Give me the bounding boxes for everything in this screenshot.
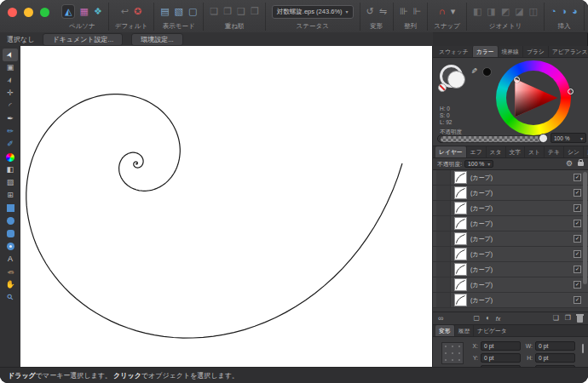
preferences-button[interactable]: 環境設定...	[131, 33, 183, 46]
move-tool[interactable]: ➤	[3, 49, 18, 61]
layer-effects-icon[interactable]: fx	[496, 316, 500, 322]
document-canvas[interactable]	[20, 46, 433, 368]
layer-visibility-checkbox[interactable]: ✓	[574, 189, 581, 197]
layer-row[interactable]: (カーブ) ✓	[433, 262, 588, 277]
node-tool[interactable]: ➢	[3, 74, 18, 87]
opacity-slider-knob[interactable]	[539, 134, 548, 143]
document-zoom-dropdown[interactable]: 対数螺旋.eps (243.6%)▾	[272, 5, 354, 19]
rectangle-tool[interactable]	[3, 202, 18, 214]
donut-tool[interactable]	[3, 240, 18, 253]
layer-row[interactable]: (カーブ) ✓	[433, 201, 588, 216]
insert-behind-icon[interactable]: ◔	[551, 7, 556, 16]
panel-tab[interactable]: アピアランス	[548, 46, 588, 58]
pixel-persona-icon[interactable]: ▦	[79, 7, 88, 16]
transform-field-input[interactable]: 0 pt	[481, 341, 521, 351]
opacity-slider[interactable]	[440, 135, 545, 143]
panel-tab[interactable]: ナビゲータ	[473, 325, 510, 337]
crop-tool[interactable]: ⊞	[3, 189, 18, 202]
layers-opacity-dropdown[interactable]: 100 %▾	[464, 160, 493, 168]
boolean-intersect-icon[interactable]: ◩	[501, 7, 510, 16]
move-to-front-icon[interactable]: ❏	[210, 7, 218, 16]
panel-tab[interactable]: エフ	[466, 146, 486, 158]
panel-tab[interactable]: 履歴	[583, 146, 588, 158]
pixel-view-icon[interactable]: ▧	[175, 7, 183, 16]
boolean-add-icon[interactable]: ◧	[473, 7, 481, 16]
layer-visibility-checkbox[interactable]: ✓	[574, 266, 581, 273]
colour-picker-tool[interactable]: ✎	[3, 266, 18, 278]
duplicate-layer-icon[interactable]: ❐	[565, 315, 571, 322]
move-backward-icon[interactable]: ❑	[237, 7, 245, 16]
spiral-artwork[interactable]	[20, 46, 433, 368]
lock-icon[interactable]	[578, 162, 584, 166]
panel-tab[interactable]: テキ	[544, 146, 563, 158]
move-to-back-icon[interactable]: ❒	[251, 7, 259, 16]
retina-view-icon[interactable]: ▢	[188, 7, 197, 16]
snapping-caret-icon[interactable]: ▾	[451, 7, 456, 16]
panel-tab[interactable]: ブラシ	[522, 46, 548, 58]
delete-layer-trash-icon[interactable]	[577, 316, 583, 323]
panel-tab[interactable]: シン	[563, 146, 583, 158]
zoom-tool[interactable]: ⚲	[3, 291, 18, 304]
panel-tab[interactable]: レイヤー	[435, 146, 466, 158]
rotate-icon[interactable]: ↺	[366, 7, 374, 16]
transparency-tool[interactable]: ▨	[3, 176, 18, 189]
point-transform-tool[interactable]: ✛	[3, 87, 18, 100]
panel-tab[interactable]: スタ	[486, 146, 505, 158]
boolean-combine-icon[interactable]: ◫	[529, 7, 538, 16]
fill-swatch[interactable]	[447, 71, 465, 89]
layer-row[interactable]: (カーブ) ✓	[433, 277, 588, 293]
colour-wheel[interactable]	[496, 60, 571, 135]
boolean-divide-icon[interactable]: ◪	[515, 7, 523, 16]
panel-tab[interactable]: 境界線	[498, 46, 522, 58]
blend-options-gear-icon[interactable]: ⚙	[566, 160, 573, 168]
designer-persona-icon[interactable]: ◭	[62, 5, 74, 18]
corner-tool[interactable]: ◜	[3, 100, 18, 112]
panel-tab[interactable]: 履歴	[454, 325, 474, 337]
move-forward-icon[interactable]: ❐	[223, 7, 232, 16]
panel-tab[interactable]: 文字	[505, 146, 525, 158]
fill-tool[interactable]	[3, 151, 18, 163]
pencil-tool[interactable]: ✏	[3, 125, 18, 138]
distribute-icon[interactable]: ⊩	[413, 7, 422, 16]
saturation-lightness-marker[interactable]	[514, 77, 520, 83]
document-setup-button[interactable]: ドキュメント設定...	[43, 33, 123, 46]
transform-field-input[interactable]: 0 pt	[481, 353, 521, 363]
pen-tool[interactable]: ✒	[3, 112, 18, 125]
view-hand-tool[interactable]: ✋	[3, 278, 18, 291]
export-persona-icon[interactable]: ❖	[94, 7, 102, 16]
snapping-magnet-icon[interactable]: ∩	[439, 7, 446, 16]
text-tool[interactable]: A	[3, 253, 18, 266]
opacity-value-dropdown[interactable]: 100 %▾	[551, 133, 586, 143]
layer-visibility-checkbox[interactable]: ✓	[574, 250, 581, 258]
layers-scrollbar[interactable]	[583, 172, 587, 284]
vector-brush-tool[interactable]: ✐	[3, 138, 18, 151]
rounded-rectangle-tool[interactable]	[3, 227, 18, 240]
insert-on-top-icon[interactable]: ◕	[572, 7, 578, 16]
eyedropper-icon[interactable]: ✎	[470, 67, 478, 74]
layer-visibility-checkbox[interactable]: ✓	[574, 174, 581, 181]
ellipse-tool[interactable]	[3, 214, 18, 227]
panel-tab[interactable]: カラー	[472, 46, 498, 58]
close-window-button[interactable]	[8, 8, 17, 17]
layer-row[interactable]: (カーブ) ✓	[433, 247, 588, 262]
panel-scrollbar[interactable]	[582, 344, 584, 353]
flip-icon[interactable]: ⇋	[379, 7, 387, 16]
blend-ranges-icon[interactable]: ∞	[438, 314, 443, 323]
transform-field-input[interactable]: 0 pt	[535, 353, 575, 363]
picked-colour-swatch[interactable]	[482, 67, 492, 77]
anchor-point-selector[interactable]	[441, 342, 464, 364]
layer-visibility-checkbox[interactable]: ✓	[574, 281, 581, 289]
layer-row[interactable]: (カーブ) ✓	[433, 186, 588, 201]
hue-marker[interactable]	[568, 89, 574, 94]
align-icon[interactable]: ⊪	[400, 7, 408, 16]
panel-tab[interactable]: スウォッチ	[435, 46, 472, 58]
logarithmic-spiral-curve[interactable]	[26, 94, 402, 339]
synchronise-defaults-icon[interactable]: ↩	[121, 7, 129, 16]
minimize-window-button[interactable]	[24, 8, 33, 17]
layer-row[interactable]: (カーブ) ✓	[433, 170, 588, 186]
revert-defaults-icon[interactable]: ✪	[134, 7, 141, 16]
layer-row[interactable]: (カーブ) ✓	[433, 293, 588, 308]
artboard-tool[interactable]: ▣	[3, 61, 18, 74]
layer-visibility-checkbox[interactable]: ✓	[574, 204, 581, 212]
layer-row[interactable]: (カーブ) ✓	[433, 216, 588, 232]
